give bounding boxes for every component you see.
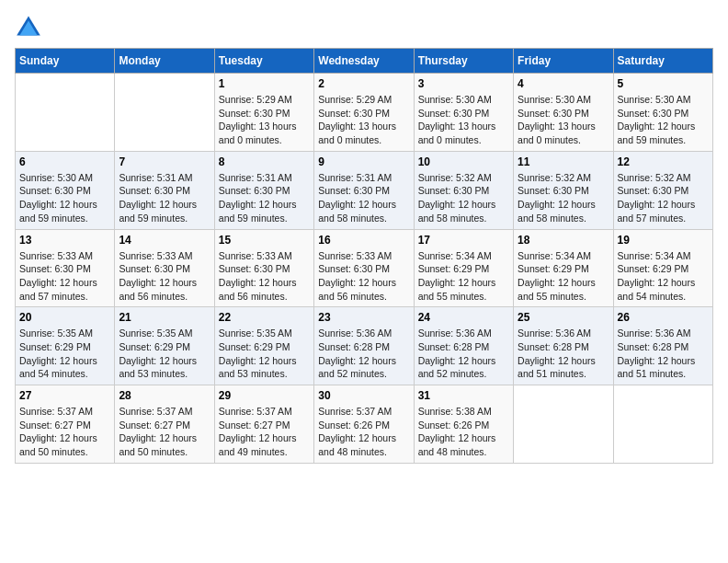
calendar-cell: [613, 385, 712, 464]
day-number: 26: [618, 311, 709, 324]
day-number: 6: [19, 155, 110, 168]
calendar-cell: 31Sunrise: 5:38 AM Sunset: 6:26 PM Dayli…: [414, 385, 513, 464]
day-info: Sunrise: 5:35 AM Sunset: 6:29 PM Dayligh…: [219, 327, 310, 381]
day-number: 14: [119, 234, 210, 247]
day-number: 18: [518, 234, 609, 247]
calendar-cell: 8Sunrise: 5:31 AM Sunset: 6:30 PM Daylig…: [214, 151, 313, 229]
day-number: 22: [219, 311, 310, 324]
calendar-cell: 9Sunrise: 5:31 AM Sunset: 6:30 PM Daylig…: [314, 151, 414, 229]
calendar-cell: 6Sunrise: 5:30 AM Sunset: 6:30 PM Daylig…: [16, 151, 115, 229]
day-info: Sunrise: 5:34 AM Sunset: 6:29 PM Dayligh…: [618, 249, 709, 304]
day-info: Sunrise: 5:29 AM Sunset: 6:30 PM Dayligh…: [219, 93, 310, 147]
calendar-cell: 10Sunrise: 5:32 AM Sunset: 6:30 PM Dayli…: [414, 151, 513, 229]
day-info: Sunrise: 5:30 AM Sunset: 6:30 PM Dayligh…: [518, 93, 609, 147]
day-info: Sunrise: 5:37 AM Sunset: 6:27 PM Dayligh…: [219, 405, 310, 459]
day-info: Sunrise: 5:33 AM Sunset: 6:30 PM Dayligh…: [19, 249, 110, 304]
calendar-cell: 17Sunrise: 5:34 AM Sunset: 6:29 PM Dayli…: [414, 229, 513, 307]
day-number: 25: [518, 311, 609, 324]
day-number: 31: [418, 389, 509, 402]
calendar-cell: 21Sunrise: 5:35 AM Sunset: 6:29 PM Dayli…: [115, 307, 214, 385]
column-header-friday: Friday: [514, 49, 613, 74]
day-number: 5: [618, 77, 709, 90]
day-number: 21: [119, 311, 210, 324]
day-number: 12: [618, 155, 709, 168]
day-number: 9: [318, 155, 409, 168]
calendar-cell: 23Sunrise: 5:36 AM Sunset: 6:28 PM Dayli…: [314, 307, 414, 385]
day-number: 3: [418, 77, 509, 90]
day-number: 20: [19, 311, 110, 324]
day-info: Sunrise: 5:37 AM Sunset: 6:26 PM Dayligh…: [318, 405, 409, 459]
calendar-cell: 16Sunrise: 5:33 AM Sunset: 6:30 PM Dayli…: [314, 229, 414, 307]
day-info: Sunrise: 5:30 AM Sunset: 6:30 PM Dayligh…: [19, 171, 110, 225]
day-number: 2: [318, 77, 409, 90]
day-info: Sunrise: 5:33 AM Sunset: 6:30 PM Dayligh…: [219, 249, 310, 304]
day-number: 29: [219, 389, 310, 402]
calendar-cell: [514, 385, 613, 464]
column-header-tuesday: Tuesday: [214, 49, 313, 74]
calendar-cell: [16, 74, 115, 152]
day-info: Sunrise: 5:34 AM Sunset: 6:29 PM Dayligh…: [518, 249, 609, 304]
page-header: [15, 15, 713, 37]
calendar-table: SundayMondayTuesdayWednesdayThursdayFrid…: [15, 48, 713, 464]
column-header-sunday: Sunday: [16, 49, 115, 74]
day-number: 27: [19, 389, 110, 402]
day-number: 15: [219, 234, 310, 247]
calendar-cell: 26Sunrise: 5:36 AM Sunset: 6:28 PM Dayli…: [613, 307, 712, 385]
day-info: Sunrise: 5:33 AM Sunset: 6:30 PM Dayligh…: [318, 249, 409, 304]
logo: [15, 15, 46, 37]
day-info: Sunrise: 5:35 AM Sunset: 6:29 PM Dayligh…: [19, 327, 110, 381]
calendar-cell: 3Sunrise: 5:30 AM Sunset: 6:30 PM Daylig…: [414, 74, 513, 152]
calendar-cell: 11Sunrise: 5:32 AM Sunset: 6:30 PM Dayli…: [514, 151, 613, 229]
day-info: Sunrise: 5:29 AM Sunset: 6:30 PM Dayligh…: [318, 93, 409, 147]
day-number: 23: [318, 311, 409, 324]
day-number: 1: [219, 77, 310, 90]
calendar-cell: 25Sunrise: 5:36 AM Sunset: 6:28 PM Dayli…: [514, 307, 613, 385]
day-number: 28: [119, 389, 210, 402]
calendar-cell: [115, 74, 214, 152]
calendar-cell: 7Sunrise: 5:31 AM Sunset: 6:30 PM Daylig…: [115, 151, 214, 229]
day-info: Sunrise: 5:37 AM Sunset: 6:27 PM Dayligh…: [19, 405, 110, 459]
day-info: Sunrise: 5:36 AM Sunset: 6:28 PM Dayligh…: [318, 327, 409, 381]
day-info: Sunrise: 5:30 AM Sunset: 6:30 PM Dayligh…: [418, 93, 509, 147]
calendar-cell: 29Sunrise: 5:37 AM Sunset: 6:27 PM Dayli…: [214, 385, 313, 464]
day-info: Sunrise: 5:38 AM Sunset: 6:26 PM Dayligh…: [418, 405, 509, 459]
day-info: Sunrise: 5:31 AM Sunset: 6:30 PM Dayligh…: [219, 171, 310, 225]
day-number: 11: [518, 155, 609, 168]
day-info: Sunrise: 5:31 AM Sunset: 6:30 PM Dayligh…: [119, 171, 210, 225]
day-number: 19: [618, 234, 709, 247]
day-number: 16: [318, 234, 409, 247]
calendar-cell: 27Sunrise: 5:37 AM Sunset: 6:27 PM Dayli…: [16, 385, 115, 464]
calendar-cell: 5Sunrise: 5:30 AM Sunset: 6:30 PM Daylig…: [613, 74, 712, 152]
day-number: 13: [19, 234, 110, 247]
column-header-monday: Monday: [115, 49, 214, 74]
day-info: Sunrise: 5:36 AM Sunset: 6:28 PM Dayligh…: [618, 327, 709, 381]
calendar-cell: 30Sunrise: 5:37 AM Sunset: 6:26 PM Dayli…: [314, 385, 414, 464]
column-header-thursday: Thursday: [414, 49, 513, 74]
column-header-wednesday: Wednesday: [314, 49, 414, 74]
day-number: 17: [418, 234, 509, 247]
calendar-cell: 28Sunrise: 5:37 AM Sunset: 6:27 PM Dayli…: [115, 385, 214, 464]
day-info: Sunrise: 5:36 AM Sunset: 6:28 PM Dayligh…: [418, 327, 509, 381]
day-info: Sunrise: 5:33 AM Sunset: 6:30 PM Dayligh…: [119, 249, 210, 304]
day-info: Sunrise: 5:31 AM Sunset: 6:30 PM Dayligh…: [318, 171, 409, 225]
calendar-cell: 2Sunrise: 5:29 AM Sunset: 6:30 PM Daylig…: [314, 74, 414, 152]
calendar-cell: 24Sunrise: 5:36 AM Sunset: 6:28 PM Dayli…: [414, 307, 513, 385]
day-number: 8: [219, 155, 310, 168]
calendar-cell: 12Sunrise: 5:32 AM Sunset: 6:30 PM Dayli…: [613, 151, 712, 229]
day-info: Sunrise: 5:37 AM Sunset: 6:27 PM Dayligh…: [119, 405, 210, 459]
day-number: 10: [418, 155, 509, 168]
day-number: 24: [418, 311, 509, 324]
calendar-cell: 1Sunrise: 5:29 AM Sunset: 6:30 PM Daylig…: [214, 74, 313, 152]
day-number: 7: [119, 155, 210, 168]
calendar-cell: 13Sunrise: 5:33 AM Sunset: 6:30 PM Dayli…: [16, 229, 115, 307]
day-info: Sunrise: 5:36 AM Sunset: 6:28 PM Dayligh…: [518, 327, 609, 381]
calendar-cell: 14Sunrise: 5:33 AM Sunset: 6:30 PM Dayli…: [115, 229, 214, 307]
calendar-cell: 20Sunrise: 5:35 AM Sunset: 6:29 PM Dayli…: [16, 307, 115, 385]
calendar-cell: 19Sunrise: 5:34 AM Sunset: 6:29 PM Dayli…: [613, 229, 712, 307]
logo-icon: [15, 15, 42, 37]
day-info: Sunrise: 5:35 AM Sunset: 6:29 PM Dayligh…: [119, 327, 210, 381]
day-info: Sunrise: 5:34 AM Sunset: 6:29 PM Dayligh…: [418, 249, 509, 304]
day-number: 4: [518, 77, 609, 90]
calendar-cell: 18Sunrise: 5:34 AM Sunset: 6:29 PM Dayli…: [514, 229, 613, 307]
day-info: Sunrise: 5:32 AM Sunset: 6:30 PM Dayligh…: [418, 171, 509, 225]
